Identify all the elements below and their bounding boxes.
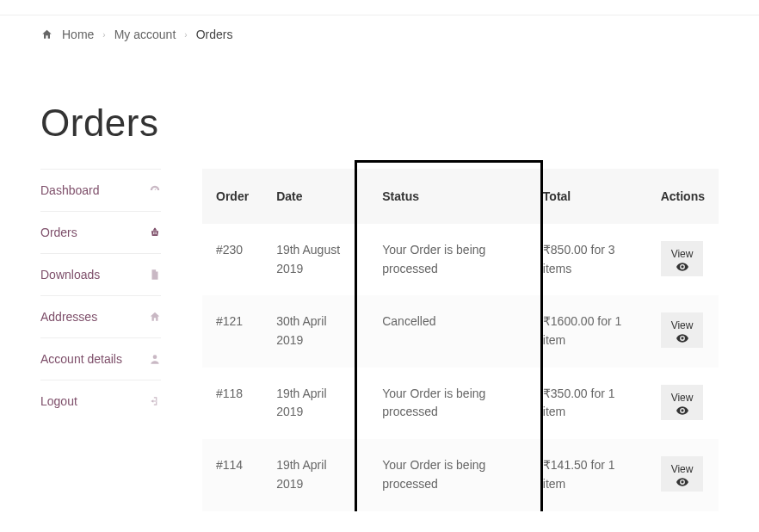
breadcrumb-current: Orders [196,28,233,41]
home-icon [149,311,161,323]
page-title: Orders [40,102,719,145]
orders-table: Order Date Status Total Actions #230 19t… [202,169,719,511]
file-icon [149,269,161,281]
cell-date: 19th April 2019 [262,368,368,439]
cell-actions: View [647,295,719,367]
cell-order[interactable]: #114 [202,439,262,510]
svg-point-0 [153,355,157,359]
view-label: View [671,463,694,475]
table-row: #118 19th April 2019 Your Order is being… [202,368,719,439]
sidebar-item-label: Account details [40,352,122,366]
table-header-row: Order Date Status Total Actions [202,169,719,224]
sidebar-item-downloads[interactable]: Downloads [40,253,161,295]
view-button[interactable]: View [661,385,704,420]
cell-actions: View [647,224,719,295]
eye-icon [676,334,688,343]
cell-order[interactable]: #230 [202,224,262,295]
sidebar-item-orders[interactable]: Orders [40,211,161,253]
cell-actions: View [647,439,719,510]
chevron-right-icon: › [184,30,187,40]
sidebar-item-dashboard[interactable]: Dashboard [40,169,161,211]
sidebar-item-logout[interactable]: Logout [40,380,161,422]
eye-icon [676,263,688,271]
cell-total: ₹141.50 for 1 item [529,439,647,510]
view-label: View [671,392,694,404]
view-button[interactable]: View [661,241,704,276]
home-icon [40,28,53,40]
breadcrumb: Home › My account › Orders [40,15,719,53]
sidebar-item-account-details[interactable]: Account details [40,337,161,380]
user-icon [149,353,161,365]
cell-total: ₹850.00 for 3 items [529,224,647,295]
col-status: Status [368,169,529,224]
table-row: #230 19th August 2019 Your Order is bein… [202,224,719,295]
view-button[interactable]: View [661,312,704,348]
cell-date: 19th August 2019 [262,224,368,295]
cell-date: 19th April 2019 [262,439,368,510]
eye-icon [676,406,688,415]
cell-status: Cancelled [368,295,529,367]
sidebar-item-label: Downloads [40,268,100,281]
cell-actions: View [647,368,719,439]
sidebar-item-addresses[interactable]: Addresses [40,295,161,337]
sidebar-item-label: Orders [40,226,77,239]
sidebar-item-label: Dashboard [40,183,100,197]
col-date: Date [262,169,368,224]
col-total: Total [529,169,647,224]
cell-status: Your Order is being processed [368,224,529,295]
chevron-right-icon: › [102,30,105,40]
dashboard-icon [149,184,161,196]
sidebar-item-label: Addresses [40,310,97,324]
breadcrumb-home[interactable]: Home [62,28,94,41]
col-order: Order [202,169,262,224]
cell-date: 30th April 2019 [262,295,368,367]
signout-icon [149,395,161,407]
basket-icon [149,226,161,238]
cell-order[interactable]: #121 [202,295,262,367]
cell-total: ₹1600.00 for 1 item [529,295,647,367]
cell-status: Your Order is being processed [368,439,529,510]
breadcrumb-account[interactable]: My account [114,28,176,41]
cell-order[interactable]: #118 [202,368,262,439]
table-row: #114 19th April 2019 Your Order is being… [202,439,719,510]
view-button[interactable]: View [661,456,704,492]
table-row: #121 30th April 2019 Cancelled ₹1600.00 … [202,295,719,367]
col-actions: Actions [647,169,719,224]
cell-total: ₹350.00 for 1 item [529,368,647,439]
view-label: View [671,319,694,331]
cell-status: Your Order is being processed [368,368,529,439]
eye-icon [676,478,688,486]
top-border [0,0,759,15]
view-label: View [671,248,694,260]
sidebar-item-label: Logout [40,394,77,408]
sidebar: Dashboard Orders Downloads Addresses [40,169,161,422]
